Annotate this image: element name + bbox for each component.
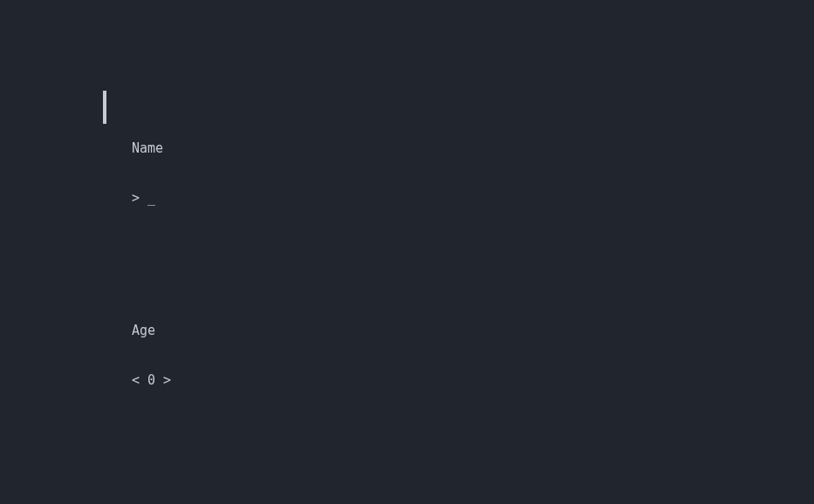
focus-indicator [103,91,106,124]
name-prompt: > [132,190,147,207]
name-label-row: Name [132,140,534,157]
age-label: Age [132,323,155,339]
age-increment[interactable]: > [155,372,171,389]
name-value: _ [147,190,155,207]
name-input[interactable]: > _ [132,190,534,207]
age-label-row: Age [132,323,534,339]
age-stepper[interactable]: < 0 > [132,372,534,389]
age-value: 0 [147,372,155,389]
age-decrement[interactable]: < [132,372,147,389]
name-label: Name [132,140,163,157]
